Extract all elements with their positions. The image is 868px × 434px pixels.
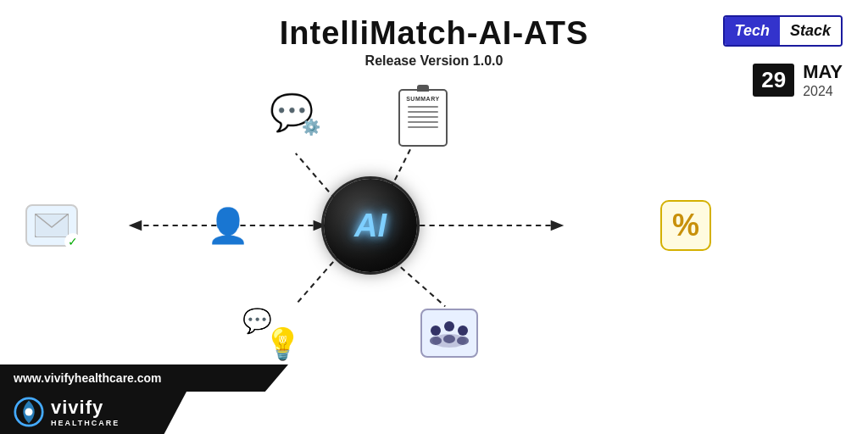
svg-point-15 (443, 335, 455, 343)
vivify-logo-icon (14, 397, 44, 427)
svg-point-18 (25, 409, 33, 416)
gear-icon: ⚙️ (302, 118, 320, 136)
svg-point-11 (431, 326, 441, 336)
summary-line4 (408, 121, 439, 123)
person-icon: 👤 (207, 206, 249, 246)
company-name: vivify (51, 397, 103, 419)
node-percent: % (660, 200, 711, 251)
clipboard-clip (417, 85, 429, 92)
date-month-year: MAY 2024 (803, 61, 843, 100)
stack-label: Stack (780, 17, 841, 45)
node-email: ✓ (25, 204, 78, 247)
summary-line5 (408, 126, 439, 128)
node-chat-gear: 💬 ⚙️ (270, 92, 314, 133)
bottom-section: www.vivifyhealthcare.com vivify HEALTHCA… (0, 364, 322, 434)
svg-line-0 (296, 153, 336, 199)
chat-gear-icon: 💬 ⚙️ (270, 92, 314, 133)
node-meeting (420, 309, 478, 358)
speech-bubble-icon: 💬 ⚙️ (270, 92, 314, 133)
tagline: HEALTHCARE (51, 419, 120, 427)
url-text: www.vivifyhealthcare.com (14, 371, 162, 385)
sub-title: Release Version 1.0.0 (0, 53, 868, 69)
diagram-area: AI 💬 ⚙️ SUMMARY ✓ (42, 85, 698, 366)
percent-symbol: % (672, 208, 699, 243)
ai-circle: AI (324, 179, 417, 272)
summary-label: SUMMARY (403, 96, 442, 102)
date-month: MAY (803, 61, 843, 83)
percent-icon: % (660, 200, 711, 251)
summary-line2 (408, 111, 439, 113)
url-bar: www.vivifyhealthcare.com (0, 364, 288, 392)
tech-label: Tech (725, 17, 780, 45)
ai-label: AI (354, 208, 387, 244)
svg-line-7 (296, 254, 340, 304)
svg-point-14 (430, 337, 442, 345)
svg-point-16 (457, 337, 469, 345)
bulb-icon: 💡 (264, 326, 302, 362)
svg-point-12 (444, 321, 454, 331)
summary-line3 (408, 116, 439, 118)
svg-marker-3 (129, 220, 142, 231)
envelope-icon (35, 214, 69, 237)
vivify-wordmark: vivify HEALTHCARE (51, 397, 120, 427)
summary-clipboard: SUMMARY (398, 89, 448, 147)
summary-line1 (408, 106, 439, 108)
date-year: 2024 (803, 83, 843, 99)
email-icon: ✓ (25, 204, 78, 247)
node-person: 👤 (207, 206, 249, 246)
tech-stack-badge: Tech Stack (723, 15, 843, 47)
node-lightbulb: 💬 💡 (242, 307, 302, 362)
date-day: 29 (753, 64, 794, 97)
logo-bar: vivify HEALTHCARE (0, 392, 186, 434)
meeting-icon (420, 309, 478, 358)
lightbulb-chat-icon: 💬 💡 (242, 307, 302, 362)
node-summary: SUMMARY (398, 89, 448, 147)
meeting-svg (427, 315, 471, 351)
date-block: 29 MAY 2024 (753, 61, 843, 100)
svg-point-13 (458, 326, 468, 336)
svg-marker-6 (551, 220, 565, 231)
check-icon: ✓ (64, 233, 81, 250)
